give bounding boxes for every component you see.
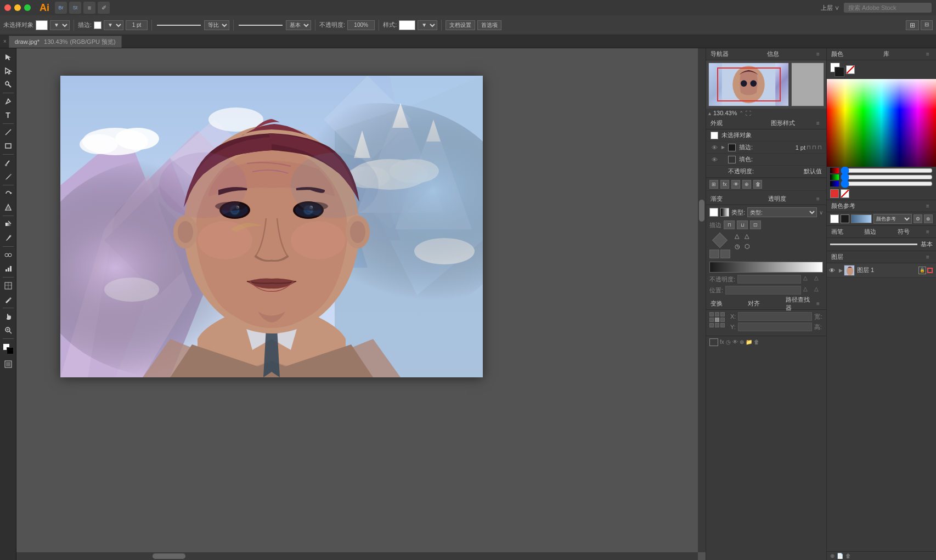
grad-small-btn1[interactable] bbox=[709, 250, 719, 258]
grad-linear-swatch[interactable] bbox=[720, 208, 729, 217]
magic-wand-tool[interactable] bbox=[2, 78, 15, 91]
grad-chevron[interactable]: ∨ bbox=[819, 210, 823, 216]
slice-tool[interactable] bbox=[2, 279, 15, 292]
delete-layer-btn[interactable]: 🗑 bbox=[845, 553, 851, 559]
opacity-input[interactable] bbox=[347, 20, 375, 30]
pencil-tool[interactable] bbox=[2, 170, 15, 183]
app-stroke-row[interactable]: 👁 ▶ 描边: 1 pt ⊓ ⊓ ⊓ bbox=[706, 142, 826, 154]
paintbrush-tool[interactable] bbox=[2, 156, 15, 169]
zoom-out-icon[interactable]: ▴ bbox=[708, 110, 711, 116]
color-ref-menu-icon[interactable]: ≡ bbox=[924, 202, 932, 210]
screen-mode-button[interactable] bbox=[2, 358, 15, 371]
opacity-icon[interactable]: △ bbox=[803, 275, 812, 284]
stroke-style-dropdown[interactable]: 等比 bbox=[204, 20, 229, 30]
fill-mode-dropdown[interactable]: ▼ bbox=[50, 20, 70, 30]
color-panel-header[interactable]: 颜色 库 ≡ bbox=[827, 48, 936, 60]
zoom-expand-icon[interactable]: ⌃ bbox=[739, 110, 743, 116]
base-dropdown[interactable]: 基本 bbox=[286, 20, 311, 30]
preferences-button[interactable]: 首选项 bbox=[477, 20, 501, 30]
fx-icon[interactable]: fx bbox=[720, 339, 724, 345]
brush-menu-icon[interactable]: ≡ bbox=[924, 228, 932, 236]
new-layer-btn[interactable]: 📄 bbox=[837, 553, 843, 559]
transform-grid-ml[interactable] bbox=[709, 318, 714, 322]
transform-grid-bl[interactable] bbox=[709, 323, 714, 327]
appearance-panel-header[interactable]: 外观 图形样式 ≡ bbox=[706, 117, 826, 129]
grad-small-btn2[interactable] bbox=[720, 250, 730, 258]
type-tool[interactable]: T bbox=[2, 109, 15, 122]
direct-selection-tool[interactable] bbox=[2, 64, 15, 77]
vertical-scrollbar[interactable] bbox=[698, 48, 706, 552]
panel-menu-icon[interactable]: ≡ bbox=[814, 50, 822, 58]
grad-icon4[interactable]: ⬡ bbox=[745, 243, 753, 252]
app-fx-btn[interactable]: fx bbox=[720, 180, 729, 189]
stroke-width-input[interactable] bbox=[126, 20, 148, 30]
bg-color-swatch[interactable] bbox=[834, 67, 844, 77]
feather-icon[interactable]: ✐ bbox=[98, 2, 110, 14]
app-fill-row[interactable]: 👁 ▶ 填色: bbox=[706, 154, 826, 166]
layer-1-lock-icon[interactable]: 🔒 bbox=[918, 267, 926, 274]
create-sublayer-btn[interactable]: ⊕ bbox=[830, 553, 834, 559]
transform-grid-tr[interactable] bbox=[720, 312, 725, 316]
r-slider[interactable] bbox=[841, 168, 933, 173]
opacity-icon2[interactable]: △ bbox=[814, 275, 823, 284]
transform-menu-icon[interactable]: ≡ bbox=[814, 300, 822, 308]
grad-diamond-ctrl[interactable] bbox=[712, 233, 728, 248]
gradient-panel-header[interactable]: 渐变 透明度 ≡ bbox=[706, 193, 826, 205]
app-object-swatch[interactable] bbox=[711, 132, 718, 139]
close-button[interactable] bbox=[4, 4, 11, 11]
eyedropper-tool[interactable] bbox=[2, 231, 15, 245]
y-input[interactable] bbox=[738, 323, 812, 331]
none-color-swatch[interactable] bbox=[846, 65, 855, 74]
folder-icon[interactable]: 📁 bbox=[746, 339, 752, 345]
doc-settings-button[interactable]: 文档设置 bbox=[446, 20, 475, 30]
cr-black-swatch[interactable] bbox=[841, 214, 849, 223]
clock-icon[interactable]: ◷ bbox=[726, 339, 731, 345]
chart-tool[interactable] bbox=[2, 262, 15, 275]
rectangle-tool[interactable] bbox=[2, 139, 15, 152]
appearance-menu-icon[interactable]: ≡ bbox=[814, 120, 822, 127]
hand-tool[interactable] bbox=[2, 310, 15, 323]
view-menu[interactable]: ≡ bbox=[83, 2, 95, 14]
transform-panel-header[interactable]: 变换 对齐 路径查找器 ≡ bbox=[706, 298, 826, 310]
app-fill-eye[interactable]: 👁 bbox=[711, 156, 718, 163]
app-stroke-eye[interactable]: 👁 bbox=[711, 144, 718, 151]
grad-stroke-btn3[interactable]: ⊡ bbox=[750, 220, 761, 229]
stock-icon[interactable]: St bbox=[69, 2, 81, 14]
grad-icon1[interactable]: △ bbox=[735, 233, 743, 241]
transform-grid-mc[interactable] bbox=[715, 318, 719, 322]
style-dropdown[interactable]: ▼ bbox=[418, 20, 437, 30]
transform-grid-mr[interactable] bbox=[720, 318, 725, 322]
transform-grid-tl[interactable] bbox=[709, 312, 714, 316]
grad-white-swatch[interactable] bbox=[709, 208, 718, 217]
transform-grid-bc[interactable] bbox=[715, 323, 719, 327]
selection-tool[interactable] bbox=[2, 50, 15, 64]
app-eye2-btn[interactable]: 👁 bbox=[731, 180, 740, 189]
app-copy-btn[interactable]: ⊕ bbox=[742, 180, 751, 189]
app-fill-swatch[interactable] bbox=[728, 156, 736, 163]
stroke-color-swatch[interactable] bbox=[94, 21, 102, 29]
arrange-dropdown[interactable]: 上层 ∨ bbox=[821, 4, 839, 12]
pen-tool[interactable] bbox=[2, 95, 15, 108]
app-delete-btn[interactable]: 🗑 bbox=[753, 180, 762, 189]
cr-white-swatch[interactable] bbox=[830, 214, 839, 223]
stroke-mode-dropdown[interactable]: ▼ bbox=[104, 20, 123, 30]
tab-close-button[interactable]: × bbox=[3, 38, 7, 44]
scale-tool[interactable] bbox=[2, 201, 15, 214]
g-slider[interactable] bbox=[841, 175, 933, 179]
color-ref-header[interactable]: 颜色参考 ≡ bbox=[827, 200, 936, 212]
document-tab[interactable]: draw.jpg* 130.43% (RGB/GPU 预览) bbox=[9, 36, 122, 48]
layers-panel-header[interactable]: 图层 ≡ bbox=[827, 251, 936, 263]
b-slider[interactable] bbox=[841, 182, 933, 186]
gradient-menu-icon[interactable]: ≡ bbox=[814, 195, 822, 203]
canvas-area[interactable] bbox=[16, 48, 706, 560]
zoom-fit-icon[interactable]: ⛶ bbox=[746, 110, 751, 116]
app-stroke-icon3[interactable]: ⊓ bbox=[817, 144, 822, 150]
page-icon[interactable]: ⊕ bbox=[740, 339, 744, 345]
layers-menu-icon[interactable]: ≡ bbox=[924, 253, 932, 261]
loc-icon2[interactable]: △ bbox=[814, 286, 823, 295]
app-add-stroke-btn[interactable]: ⊞ bbox=[709, 180, 718, 189]
layer-1-visibility-eye[interactable]: 👁 bbox=[829, 267, 837, 274]
grad-stroke-btn1[interactable]: ⊓ bbox=[724, 220, 735, 229]
color-menu-icon[interactable]: ≡ bbox=[924, 50, 932, 58]
maximize-button[interactable] bbox=[24, 4, 31, 11]
